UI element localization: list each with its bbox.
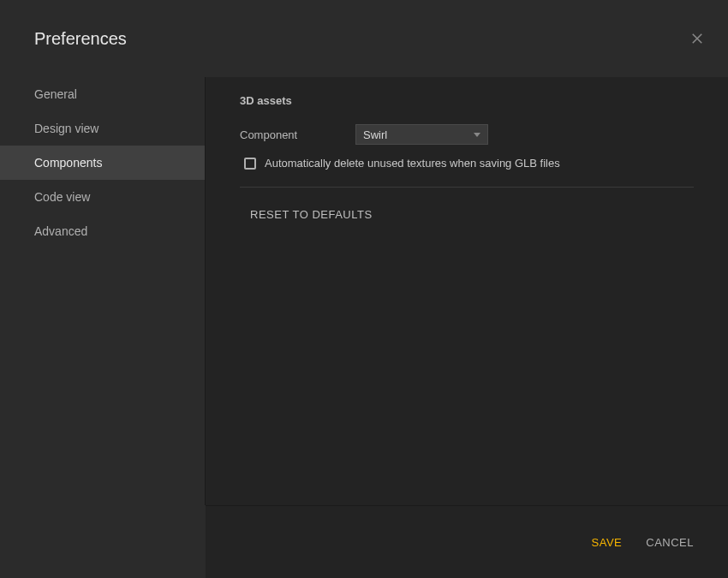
section-divider: [240, 187, 694, 188]
sidebar-item-label: Design view: [34, 122, 98, 135]
dialog-body: General Design view Components Code view…: [0, 77, 728, 505]
sidebar-item-components[interactable]: Components: [0, 146, 205, 180]
auto-delete-textures-checkbox[interactable]: [244, 158, 256, 170]
sidebar-item-general[interactable]: General: [0, 77, 205, 111]
sidebar-item-code-view[interactable]: Code view: [0, 180, 205, 214]
close-icon: [689, 31, 705, 46]
preferences-main-panel: 3D assets Component Swirl Automatically …: [206, 77, 728, 505]
save-button[interactable]: SAVE: [592, 536, 623, 549]
preferences-dialog: Preferences General Design view Componen…: [0, 0, 728, 578]
component-field-label: Component: [240, 128, 355, 141]
chevron-down-icon: [474, 133, 480, 137]
auto-delete-textures-label: Automatically delete unused textures whe…: [265, 157, 560, 170]
dialog-header: Preferences: [0, 0, 728, 77]
component-field-row: Component Swirl: [240, 124, 694, 145]
component-select[interactable]: Swirl: [355, 124, 488, 145]
component-select-value: Swirl: [363, 128, 387, 141]
sidebar-item-advanced[interactable]: Advanced: [0, 214, 205, 248]
close-button[interactable]: [687, 28, 707, 49]
cancel-button[interactable]: CANCEL: [646, 536, 694, 549]
sidebar-item-label: Advanced: [34, 224, 87, 238]
sidebar-item-design-view[interactable]: Design view: [0, 111, 205, 146]
sidebar-item-label: Code view: [34, 190, 90, 204]
reset-to-defaults-button[interactable]: RESET TO DEFAULTS: [240, 208, 694, 221]
sidebar-item-label: General: [34, 87, 77, 101]
dialog-title: Preferences: [34, 29, 127, 49]
section-heading-3d-assets: 3D assets: [240, 94, 694, 107]
sidebar-item-label: Components: [34, 156, 102, 170]
preferences-sidebar: General Design view Components Code view…: [0, 77, 206, 505]
auto-delete-textures-row: Automatically delete unused textures whe…: [244, 157, 694, 170]
dialog-footer: SAVE CANCEL: [206, 505, 728, 578]
